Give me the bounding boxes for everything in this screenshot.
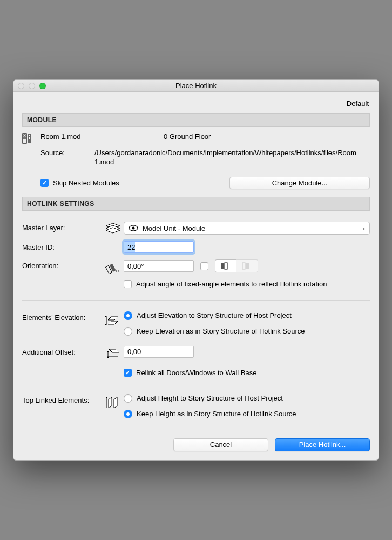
- svg-rect-4: [29, 135, 30, 136]
- module-icon: [22, 132, 36, 144]
- toplinked-icon: [102, 394, 124, 410]
- dialog-footer: Cancel Place Hotlink...: [22, 425, 370, 451]
- skip-nested-label: Skip Nested Modules: [53, 179, 119, 187]
- toplinked-radio-adjust[interactable]: [124, 394, 132, 403]
- offset-icon: [102, 346, 124, 361]
- elevation-icon: [102, 311, 124, 329]
- default-link[interactable]: Default: [22, 97, 370, 113]
- master-layer-select[interactable]: Model Unit - Module ›: [124, 222, 370, 235]
- svg-rect-2: [24, 137, 25, 139]
- offset-input[interactable]: [124, 346, 194, 358]
- mirror-checkbox[interactable]: [200, 262, 208, 270]
- angle-icon: α: [102, 259, 124, 274]
- window-title: Place Hotlink: [13, 82, 379, 90]
- section-settings-header: HOTLINK SETTINGS: [22, 197, 370, 211]
- mirror-option-a[interactable]: [215, 259, 236, 272]
- master-layer-value: Model Unit - Module: [143, 224, 205, 232]
- skip-nested-checkbox[interactable]: ✓: [40, 179, 49, 187]
- elevation-radio-keep[interactable]: [124, 327, 132, 336]
- change-module-button[interactable]: Change Module...: [229, 177, 370, 189]
- row-master-layer: Master Layer: Model Unit - Module ›: [22, 218, 370, 238]
- settings-body: Master Layer: Model Unit - Module › Mast…: [22, 211, 370, 451]
- row-orientation: Orientation: α Adjust a: [22, 256, 370, 292]
- divider: [22, 300, 370, 301]
- elevation-radio-adjust[interactable]: [124, 311, 132, 320]
- svg-rect-15: [225, 263, 227, 269]
- row-toplinked: Top Linked Elements: Adjust Height to St…: [22, 391, 370, 425]
- offset-label: Additional Offset:: [22, 346, 102, 356]
- svg-text:α: α: [116, 268, 119, 274]
- svg-point-10: [132, 227, 135, 230]
- titlebar[interactable]: Place Hotlink: [13, 80, 379, 92]
- place-hotlink-button[interactable]: Place Hotlink...: [275, 438, 370, 451]
- elevation-opt2-label: Keep Elevation as in Story Structure of …: [137, 327, 370, 336]
- mirror-segment: [215, 259, 258, 272]
- relink-label: Relink all Doors/Windows to Wall Base: [136, 369, 370, 378]
- svg-rect-5: [29, 137, 30, 139]
- elevation-label: Elements' Elevation:: [22, 311, 102, 322]
- module-info-row: Room 1.mod 0 Ground Floor: [22, 127, 370, 146]
- eye-icon: [129, 225, 138, 231]
- adjust-angle-checkbox[interactable]: [124, 280, 132, 288]
- section-module-header: MODULE: [22, 113, 370, 127]
- master-id-input[interactable]: [124, 241, 194, 253]
- layers-icon: [102, 222, 124, 234]
- row-elevation: Elements' Elevation: Adjust Elevation to…: [22, 308, 370, 343]
- row-master-id: Master ID:: [22, 238, 370, 256]
- master-layer-label: Master Layer:: [22, 222, 102, 232]
- orientation-label: Orientation:: [22, 259, 102, 270]
- cancel-button[interactable]: Cancel: [173, 438, 268, 451]
- module-filename: Room 1.mod: [40, 132, 159, 141]
- toplinked-opt2-label: Keep Height as in Story Structure of Hot…: [137, 410, 370, 419]
- source-path: /Users/gordanaradonic/Documents/Implemen…: [94, 149, 370, 167]
- svg-rect-17: [246, 263, 249, 269]
- svg-rect-1: [24, 135, 25, 136]
- svg-rect-0: [23, 134, 26, 143]
- source-row: Source: /Users/gordanaradonic/Documents/…: [22, 146, 370, 175]
- elevation-opt1-label: Adjust Elevation to Story Structure of H…: [137, 311, 370, 321]
- row-offset: Additional Offset: ✓ Relink all Doors/Wi…: [22, 343, 370, 381]
- master-id-label: Master ID:: [22, 241, 102, 251]
- orientation-input[interactable]: [124, 260, 194, 272]
- toplinked-label: Top Linked Elements:: [22, 394, 102, 404]
- relink-checkbox[interactable]: ✓: [124, 369, 132, 377]
- toplinked-radio-keep[interactable]: [124, 410, 132, 418]
- module-floor: 0 Ground Floor: [164, 132, 370, 141]
- adjust-angle-label: Adjust angle of fixed-angle elements to …: [136, 280, 370, 289]
- svg-rect-16: [242, 263, 245, 269]
- source-label: Source:: [40, 149, 90, 167]
- toplinked-opt1-label: Adjust Height to Story Structure of Host…: [137, 394, 370, 403]
- mirror-option-b: [236, 259, 258, 272]
- chevron-right-icon: ›: [363, 224, 365, 232]
- svg-rect-14: [221, 263, 224, 269]
- dialog-content: Default MODULE Room 1.mod 0 Ground Floor…: [13, 92, 379, 459]
- svg-rect-12: [110, 264, 116, 272]
- skip-row: ✓ Skip Nested Modules Change Module...: [22, 175, 370, 197]
- dialog-window: Place Hotlink Default MODULE Room 1.mod …: [13, 79, 379, 460]
